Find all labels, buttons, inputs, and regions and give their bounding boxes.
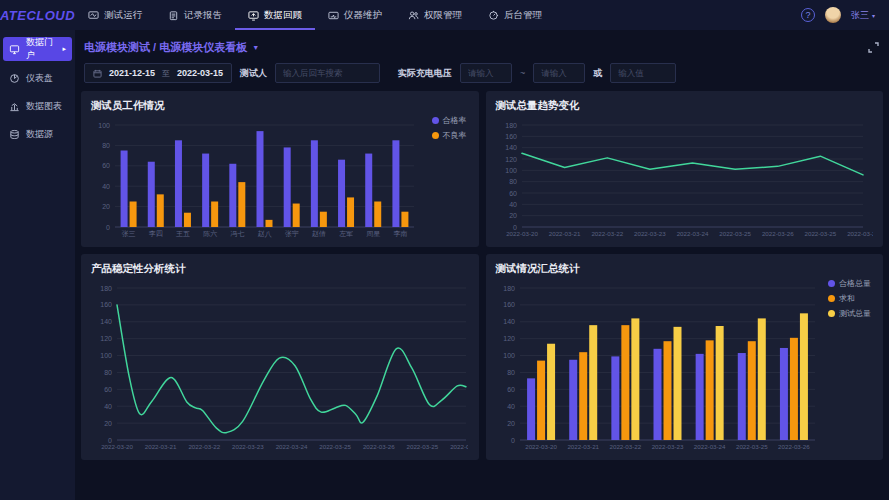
svg-text:60: 60 bbox=[507, 386, 515, 393]
panel-tester-work: 测试员工作情况 020406080100张三李四王五陈六冯七赵八张宇赵倩左军周星… bbox=[81, 91, 479, 247]
sidebar-item-dashboard[interactable]: 仪表盘 bbox=[0, 64, 75, 92]
avatar[interactable] bbox=[825, 7, 841, 23]
bar-chart-summary: 0204060801001201401601802022-03-202022-0… bbox=[496, 280, 874, 456]
legend-dot-icon bbox=[432, 132, 439, 139]
svg-text:120: 120 bbox=[503, 335, 515, 342]
fullscreen-button[interactable] bbox=[867, 41, 880, 54]
svg-text:2022-03-25: 2022-03-25 bbox=[319, 443, 351, 450]
nav-item-backend[interactable]: 后台管理 bbox=[475, 0, 555, 30]
breadcrumb-row: 电源模块测试 / 电源模块仪表看板 ▼ bbox=[81, 38, 883, 56]
svg-text:120: 120 bbox=[505, 156, 517, 163]
sidebar-item-data-portal[interactable]: 数据门户 ▸ bbox=[3, 37, 72, 61]
svg-text:40: 40 bbox=[507, 403, 515, 410]
chart-legend: 合格总量求和测试总量 bbox=[828, 278, 871, 319]
nav-right: ? 张三 ▾ bbox=[801, 0, 889, 30]
svg-text:陈六: 陈六 bbox=[203, 230, 217, 238]
svg-text:2022-03-23: 2022-03-23 bbox=[651, 443, 683, 450]
filter-bar: 2021-12-15 至 2022-03-15 测试人 实际充电电压 ~ 或 bbox=[81, 63, 883, 83]
legend-dot-icon bbox=[828, 295, 835, 302]
legend-item[interactable]: 不良率 bbox=[432, 130, 467, 141]
svg-text:2022-03-24: 2022-03-24 bbox=[693, 443, 725, 450]
tester-input[interactable] bbox=[275, 63, 380, 83]
svg-text:120: 120 bbox=[100, 335, 112, 342]
panel-total-trend: 测试总量趋势变化 0204060801001201401601802022-03… bbox=[486, 91, 884, 247]
legend-item[interactable]: 求和 bbox=[828, 293, 871, 304]
svg-text:赵八: 赵八 bbox=[258, 230, 272, 238]
legend-label: 合格总量 bbox=[839, 278, 871, 289]
svg-text:100: 100 bbox=[505, 167, 517, 174]
panel-title: 测试员工作情况 bbox=[91, 99, 469, 113]
svg-text:20: 20 bbox=[509, 212, 517, 219]
svg-text:赵倩: 赵倩 bbox=[312, 230, 326, 238]
dashboard-icon bbox=[9, 73, 20, 84]
legend-label: 不良率 bbox=[443, 130, 467, 141]
value-input[interactable] bbox=[610, 63, 676, 83]
chart-icon bbox=[9, 101, 20, 112]
sidebar-item-label: 数据图表 bbox=[26, 100, 62, 113]
svg-text:李南: 李南 bbox=[393, 230, 407, 237]
svg-text:160: 160 bbox=[503, 301, 515, 308]
username: 张三 bbox=[851, 9, 869, 22]
user-menu[interactable]: 张三 ▾ bbox=[851, 9, 875, 22]
svg-text:140: 140 bbox=[100, 318, 112, 325]
main-content: 电源模块测试 / 电源模块仪表看板 ▼ 2021-12-15 至 2022-03… bbox=[75, 30, 889, 500]
svg-text:2022-03-20: 2022-03-20 bbox=[525, 443, 557, 450]
chevron-down-icon: ▾ bbox=[872, 12, 875, 19]
sidebar-item-label: 数据门户 bbox=[26, 36, 56, 62]
main-menu: 测试运行 记录报告 数据回顾 仪器维护 权限管理 后台管理 bbox=[75, 0, 555, 30]
range-separator: ~ bbox=[520, 68, 525, 78]
nav-item-data-review[interactable]: 数据回顾 bbox=[235, 0, 315, 30]
svg-text:周星: 周星 bbox=[366, 230, 380, 237]
svg-text:冯七: 冯七 bbox=[230, 230, 245, 237]
data-portal-icon bbox=[9, 44, 20, 55]
svg-text:2022-03-26: 2022-03-26 bbox=[847, 230, 873, 237]
panel-stability: 产品稳定性分析统计 0204060801001201401601802022-0… bbox=[81, 254, 479, 460]
nav-item-permission[interactable]: 权限管理 bbox=[395, 0, 475, 30]
svg-text:80: 80 bbox=[102, 142, 110, 149]
chevron-down-icon: ▼ bbox=[252, 44, 259, 51]
svg-text:0: 0 bbox=[511, 437, 515, 444]
tester-label: 测试人 bbox=[240, 67, 267, 80]
app-logo: ATECLOUD bbox=[0, 0, 75, 30]
svg-text:2022-03-26: 2022-03-26 bbox=[761, 230, 793, 237]
panel-title: 产品稳定性分析统计 bbox=[91, 262, 469, 276]
nav-item-test-run[interactable]: 测试运行 bbox=[75, 0, 155, 30]
nav-item-instrument[interactable]: 仪器维护 bbox=[315, 0, 395, 30]
svg-text:2022-03-21: 2022-03-21 bbox=[145, 443, 177, 450]
or-label: 或 bbox=[593, 67, 602, 80]
nav-item-label: 后台管理 bbox=[504, 9, 542, 22]
legend-item[interactable]: 合格率 bbox=[432, 115, 467, 126]
svg-text:2022-03-26: 2022-03-26 bbox=[450, 443, 468, 450]
backend-icon bbox=[488, 10, 499, 21]
data-review-icon bbox=[248, 10, 259, 21]
svg-text:100: 100 bbox=[100, 352, 112, 359]
sidebar-item-label: 数据源 bbox=[26, 128, 53, 141]
svg-text:2022-03-20: 2022-03-20 bbox=[506, 230, 538, 237]
svg-text:60: 60 bbox=[509, 190, 517, 197]
nav-item-report[interactable]: 记录报告 bbox=[155, 0, 235, 30]
svg-text:180: 180 bbox=[100, 285, 112, 292]
date-range-picker[interactable]: 2021-12-15 至 2022-03-15 bbox=[84, 63, 232, 83]
breadcrumb[interactable]: 电源模块测试 / 电源模块仪表看板 ▼ bbox=[84, 40, 259, 55]
legend-item[interactable]: 合格总量 bbox=[828, 278, 871, 289]
sidebar: 数据门户 ▸ 仪表盘 数据图表 数据源 bbox=[0, 30, 75, 500]
sidebar-item-data-charts[interactable]: 数据图表 bbox=[0, 92, 75, 120]
voltage-min-input[interactable] bbox=[460, 63, 512, 83]
svg-text:80: 80 bbox=[509, 178, 517, 185]
legend-dot-icon bbox=[828, 280, 835, 287]
svg-text:2022-03-23: 2022-03-23 bbox=[634, 230, 666, 237]
svg-text:2022-03-22: 2022-03-22 bbox=[609, 443, 641, 450]
svg-text:李四: 李四 bbox=[149, 230, 163, 238]
svg-text:160: 160 bbox=[505, 133, 517, 140]
svg-text:2022-03-24: 2022-03-24 bbox=[276, 443, 308, 450]
sidebar-item-datasource[interactable]: 数据源 bbox=[0, 120, 75, 148]
voltage-max-input[interactable] bbox=[533, 63, 585, 83]
permission-icon bbox=[408, 10, 419, 21]
svg-text:180: 180 bbox=[505, 122, 517, 129]
top-nav: ATECLOUD 测试运行 记录报告 数据回顾 仪器维护 权限管理 后台管理 ? bbox=[0, 0, 889, 30]
legend-item[interactable]: 测试总量 bbox=[828, 308, 871, 319]
help-icon[interactable]: ? bbox=[801, 8, 815, 22]
svg-text:2022-03-26: 2022-03-26 bbox=[363, 443, 395, 450]
chevron-right-icon: ▸ bbox=[62, 45, 66, 53]
svg-text:160: 160 bbox=[100, 301, 112, 308]
